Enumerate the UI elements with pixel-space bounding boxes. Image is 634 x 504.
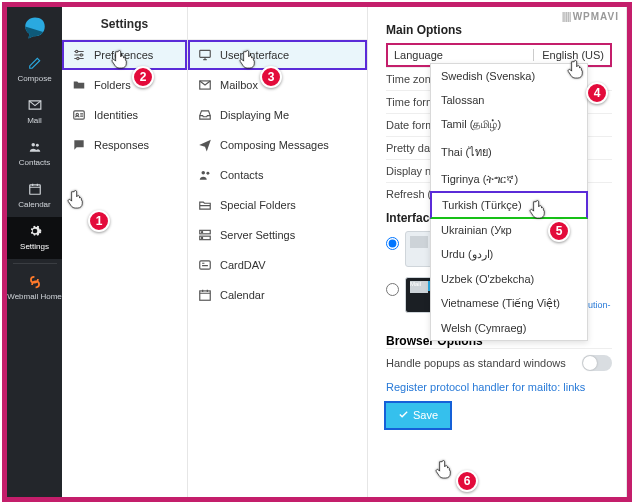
nav-separator [13, 263, 57, 264]
section-user-interface[interactable]: User Interface [188, 40, 367, 70]
svg-point-3 [76, 50, 78, 52]
language-dropdown[interactable]: Swedish (Svenska) Talossan Tamil (தமிழ்)… [430, 63, 588, 341]
dd-opt[interactable]: Tamil (தமிழ்) [431, 112, 587, 137]
skin-radio-larry[interactable] [386, 283, 399, 296]
contacts-icon [27, 139, 43, 155]
dd-opt[interactable]: Urdu (اردو) [431, 242, 587, 267]
section-calendar[interactable]: Calendar [188, 280, 367, 310]
svg-point-4 [80, 54, 82, 56]
nav-mail[interactable]: Mail [7, 91, 62, 133]
svg-point-15 [202, 237, 203, 238]
sections-spacer [188, 7, 367, 40]
popup-row: Handle popups as standard windows [386, 348, 612, 377]
item-label: Displaying Me [220, 109, 289, 121]
svg-point-5 [77, 57, 79, 59]
dd-opt-turkish[interactable]: Turkish (Türkçe) [430, 191, 588, 219]
callout-4: 4 [586, 82, 608, 104]
dd-opt[interactable]: Welsh (Cymraeg) [431, 316, 587, 340]
item-label: Responses [94, 139, 149, 151]
mail-icon [27, 97, 43, 113]
svg-point-11 [206, 172, 209, 175]
section-composing[interactable]: Composing Messages [188, 130, 367, 160]
settings-preferences[interactable]: Preferences [62, 40, 187, 70]
settings-folders[interactable]: Folders [62, 70, 187, 100]
popup-toggle[interactable] [582, 355, 612, 371]
dd-opt[interactable]: Thai (ไทย) [431, 137, 587, 167]
item-label: Calendar [220, 289, 265, 301]
chat-icon [72, 138, 86, 152]
svg-point-0 [31, 143, 35, 147]
svg-point-10 [202, 171, 206, 175]
callout-3: 3 [260, 66, 282, 88]
svg-rect-8 [200, 50, 211, 57]
id-card-icon [72, 108, 86, 122]
settings-identities[interactable]: Identities [62, 100, 187, 130]
save-button[interactable]: Save [386, 403, 450, 428]
sliders-icon [72, 48, 86, 62]
server-icon [198, 228, 212, 242]
svg-point-7 [76, 113, 78, 115]
calendar2-icon [198, 288, 212, 302]
left-sidebar: Compose Mail Contacts Calendar Settings [7, 7, 62, 497]
item-label: Preferences [94, 49, 153, 61]
section-carddav[interactable]: CardDAV [188, 250, 367, 280]
svg-rect-6 [74, 111, 85, 119]
section-displaying[interactable]: Displaying Me [188, 100, 367, 130]
dd-opt[interactable]: Swedish (Svenska) [431, 64, 587, 88]
main-options-heading: Main Options [386, 23, 612, 37]
section-contacts[interactable]: Contacts [188, 160, 367, 190]
item-label: Special Folders [220, 199, 296, 211]
section-server-settings[interactable]: Server Settings [188, 220, 367, 250]
dd-opt[interactable]: Tigrinya (ትግርኛ) [431, 167, 587, 192]
nav-label: Calendar [18, 200, 50, 209]
check-icon [398, 409, 409, 422]
nav-label: Settings [20, 242, 49, 251]
callout-2: 2 [132, 66, 154, 88]
section-special-folders[interactable]: Special Folders [188, 190, 367, 220]
nav-compose[interactable]: Compose [7, 49, 62, 91]
people-icon [198, 168, 212, 182]
callout-6: 6 [456, 470, 478, 492]
nav-label: Mail [27, 116, 42, 125]
svg-point-1 [35, 144, 38, 147]
svg-rect-17 [200, 291, 211, 300]
main-panel: Main Options Language English (US) Time … [368, 7, 627, 497]
svg-point-14 [202, 232, 203, 233]
gear-icon [27, 223, 43, 239]
item-label: Server Settings [220, 229, 295, 241]
dd-opt[interactable]: Vietnamese (Tiếng Việt) [431, 291, 587, 316]
nav-settings[interactable]: Settings [7, 217, 62, 259]
nav-webmail-home[interactable]: Webmail Home [7, 268, 62, 310]
callout-5: 5 [548, 220, 570, 242]
nav-label: Compose [17, 74, 51, 83]
skin-radio-elastic[interactable] [386, 237, 399, 250]
settings-title: Settings [62, 7, 187, 40]
send-icon [198, 138, 212, 152]
app-logo-icon [22, 15, 48, 41]
settings-column: Settings Preferences Folders Identities … [62, 7, 188, 497]
nav-calendar[interactable]: Calendar [7, 175, 62, 217]
item-label: Composing Messages [220, 139, 329, 151]
dd-opt[interactable]: Talossan [431, 88, 587, 112]
folders-icon [198, 198, 212, 212]
dd-opt[interactable]: Uzbek (O'zbekcha) [431, 267, 587, 291]
folder-icon [72, 78, 86, 92]
item-label: User Interface [220, 49, 289, 61]
item-label: Folders [94, 79, 131, 91]
card-icon [198, 258, 212, 272]
item-label: Mailbox [220, 79, 258, 91]
inbox-icon [198, 108, 212, 122]
nav-contacts[interactable]: Contacts [7, 133, 62, 175]
nav-label: Webmail Home [7, 293, 62, 302]
item-label: CardDAV [220, 259, 266, 271]
item-label: Identities [94, 109, 138, 121]
envelope-icon [198, 78, 212, 92]
cpanel-icon [27, 274, 43, 290]
settings-responses[interactable]: Responses [62, 130, 187, 160]
monitor-icon [198, 48, 212, 62]
compose-icon [27, 55, 43, 71]
nav-label: Contacts [19, 158, 51, 167]
language-value: English (US) [533, 49, 604, 61]
register-mailto-link[interactable]: Register protocol handler for mailto: li… [386, 377, 612, 403]
callout-1: 1 [88, 210, 110, 232]
